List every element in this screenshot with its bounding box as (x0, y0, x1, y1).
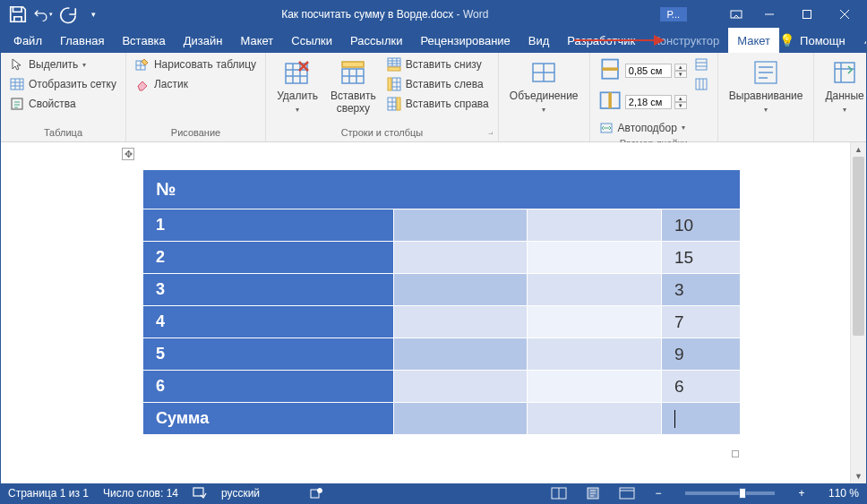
autofit-button[interactable]: Автоподбор ▾ (597, 120, 687, 137)
distribute-cols-button[interactable] (692, 76, 710, 92)
data-button[interactable]: Данные (821, 56, 867, 117)
svg-rect-20 (696, 79, 707, 90)
tab-mailings[interactable]: Рассылки (341, 28, 411, 53)
share-icon[interactable] (862, 32, 867, 49)
table-header[interactable]: № (143, 170, 741, 209)
col-width-input[interactable] (625, 95, 672, 109)
minimize-button[interactable] (751, 2, 787, 27)
language-indicator[interactable]: русский (221, 487, 260, 500)
draw-table-button[interactable]: Нарисовать таблицу (133, 56, 258, 73)
svg-rect-22 (835, 63, 854, 82)
svg-rect-3 (11, 79, 23, 90)
table-row[interactable]: 47 (143, 306, 741, 338)
table-resize-handle[interactable] (732, 450, 739, 457)
table-row[interactable]: 33 (143, 274, 741, 306)
print-layout-button[interactable] (583, 485, 603, 501)
tab-layout[interactable]: Макет (231, 28, 282, 53)
svg-point-25 (318, 489, 322, 493)
ribbon-options-button[interactable] (723, 2, 750, 27)
window-controls (723, 2, 866, 27)
save-button[interactable] (8, 4, 28, 24)
page[interactable]: ✥ № 110 215 33 47 59 66 Сумма (1, 142, 850, 483)
height-up[interactable]: ▲ (674, 64, 687, 71)
tab-review[interactable]: Рецензирование (411, 28, 519, 53)
scroll-up[interactable]: ▲ (851, 142, 866, 157)
close-button[interactable] (827, 2, 863, 27)
spell-check-icon[interactable] (193, 487, 207, 500)
group-merge: Объединение (499, 53, 590, 141)
text-cursor (674, 410, 675, 428)
insert-below-icon (387, 57, 401, 72)
ribbon: Выделить ▾ Отобразить сетку Свойства Таб… (1, 53, 866, 142)
scroll-down[interactable]: ▼ (851, 469, 866, 483)
align-icon (751, 58, 780, 87)
svg-rect-1 (803, 11, 811, 19)
zoom-level[interactable]: 110 % (828, 487, 859, 500)
properties-button[interactable]: Свойства (8, 96, 118, 113)
col-width-icon (597, 88, 622, 115)
table-move-handle[interactable]: ✥ (122, 148, 134, 160)
svg-rect-12 (388, 78, 391, 90)
row-height-input[interactable] (625, 64, 672, 78)
alignment-button[interactable]: Выравнивание (725, 56, 807, 117)
tell-me[interactable]: Помощн (800, 34, 846, 47)
table-sum-row[interactable]: Сумма (143, 403, 741, 435)
table-row[interactable]: 66 (143, 371, 741, 403)
insert-right-icon (387, 97, 401, 111)
web-layout-button[interactable] (617, 485, 637, 501)
table-row[interactable]: 215 (143, 242, 741, 274)
delete-button[interactable]: Удалить (273, 56, 322, 117)
insert-above-button[interactable]: Вставить сверху (327, 56, 380, 117)
zoom-out-button[interactable]: − (651, 487, 665, 500)
table-header-row[interactable]: № (143, 170, 741, 209)
qat-customize[interactable]: ▾ (83, 4, 103, 24)
redo-button[interactable] (58, 4, 78, 24)
cursor-icon (10, 57, 24, 72)
group-draw: Нарисовать таблицу Ластик Рисование (126, 53, 266, 141)
zoom-in-button[interactable]: + (794, 487, 809, 500)
delete-table-icon (283, 58, 312, 87)
scroll-track[interactable] (851, 157, 866, 469)
word-count[interactable]: Число слов: 14 (103, 487, 178, 500)
macro-record-icon[interactable] (310, 487, 322, 500)
account-pill[interactable]: Р... (660, 7, 687, 21)
document-table[interactable]: № 110 215 33 47 59 66 Сумма (142, 169, 741, 435)
merge-button[interactable]: Объединение (506, 56, 582, 117)
grid-icon (10, 77, 24, 91)
tab-home[interactable]: Главная (51, 28, 113, 53)
group-label-merge (506, 136, 582, 140)
group-label-rows-cols[interactable]: Строки и столбцы (273, 125, 491, 140)
height-down[interactable]: ▼ (674, 71, 687, 78)
zoom-slider[interactable] (685, 491, 775, 495)
svg-rect-10 (388, 67, 400, 71)
zoom-thumb[interactable] (739, 488, 746, 499)
read-mode-button[interactable] (549, 485, 569, 501)
tab-insert[interactable]: Вставка (113, 28, 174, 53)
undo-button[interactable]: ▾ (33, 4, 53, 24)
table-row[interactable]: 59 (143, 338, 741, 371)
eraser-button[interactable]: Ластик (133, 76, 258, 93)
width-down[interactable]: ▼ (674, 102, 687, 109)
scroll-thumb[interactable] (853, 157, 864, 336)
autofit-icon (599, 121, 614, 135)
tab-file[interactable]: Файл (4, 28, 51, 53)
width-up[interactable]: ▲ (674, 95, 687, 102)
svg-rect-19 (696, 59, 707, 70)
distribute-rows-button[interactable] (692, 56, 710, 73)
insert-left-button[interactable]: Вставить слева (385, 76, 491, 93)
view-gridlines-button[interactable]: Отобразить сетку (8, 76, 118, 93)
table-row[interactable]: 110 (143, 209, 741, 242)
svg-rect-14 (397, 98, 400, 110)
page-indicator[interactable]: Страница 1 из 1 (8, 487, 89, 500)
vertical-scrollbar[interactable]: ▲ ▼ (850, 142, 866, 483)
tab-table-layout[interactable]: Макет (728, 28, 779, 53)
data-icon (830, 58, 859, 87)
tab-design[interactable]: Дизайн (175, 28, 232, 53)
select-button[interactable]: Выделить ▾ (8, 56, 118, 73)
tab-view[interactable]: Вид (519, 28, 559, 53)
insert-left-icon (387, 77, 401, 91)
maximize-button[interactable] (789, 2, 825, 27)
tab-references[interactable]: Ссылки (282, 28, 341, 53)
insert-below-button[interactable]: Вставить снизу (385, 56, 491, 73)
insert-right-button[interactable]: Вставить справа (385, 96, 491, 113)
